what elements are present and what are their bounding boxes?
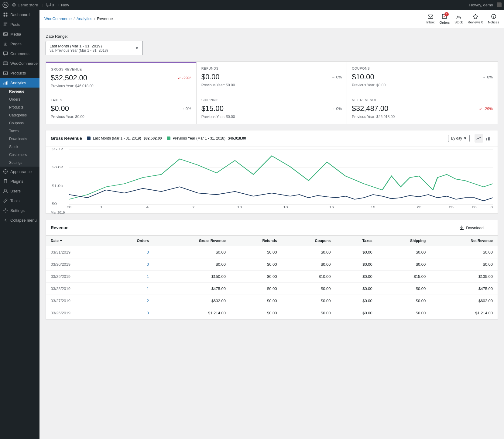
stat-card-shipping: SHIPPING $15.00 → 0% Previous Year: $0.0… xyxy=(197,93,347,124)
stat-card-coupons: COUPONS $10.00 → 0% Previous Year: $0.00 xyxy=(347,62,498,93)
svg-text:31: 31 xyxy=(490,205,493,208)
svg-text:13: 13 xyxy=(283,205,288,208)
svg-text:4: 4 xyxy=(146,205,149,208)
sidebar-item-posts[interactable]: Posts xyxy=(0,19,39,29)
svg-rect-11 xyxy=(4,26,7,26)
svg-text:28: 28 xyxy=(472,205,477,208)
toolbar-reviews[interactable]: Reviews 0 xyxy=(468,14,483,24)
svg-point-27 xyxy=(4,170,8,174)
more-options-button[interactable]: ⋮ xyxy=(487,224,493,231)
chart-section: Gross Revenue Last Month (Mar 1 - 31, 20… xyxy=(46,130,498,214)
sub-item-downloads[interactable]: Downloads xyxy=(0,135,39,143)
sub-item-orders[interactable]: Orders xyxy=(0,95,39,103)
col-shipping: Shipping xyxy=(377,236,431,246)
sidebar-item-users[interactable]: Users xyxy=(0,186,39,196)
table-title: Revenue xyxy=(51,225,68,230)
sidebar-item-woocommerce[interactable]: WooCommerce xyxy=(0,58,39,68)
col-gross: Gross Revenue xyxy=(154,236,231,246)
svg-point-28 xyxy=(5,171,5,171)
sub-item-analytics-settings[interactable]: Settings xyxy=(0,159,39,167)
toolbar-inbox[interactable]: Inbox xyxy=(427,14,435,24)
sidebar-item-analytics[interactable]: Analytics xyxy=(0,78,39,88)
chart-line-view-btn[interactable] xyxy=(475,134,483,143)
sub-item-customers[interactable]: Customers xyxy=(0,151,39,159)
sidebar-item-dashboard[interactable]: Dashboard xyxy=(0,10,39,19)
breadcrumb-woocommerce[interactable]: WooCommerce xyxy=(44,16,72,21)
breadcrumb-analytics[interactable]: Analytics xyxy=(77,16,92,21)
svg-rect-4 xyxy=(4,13,5,15)
sub-item-revenue[interactable]: Revenue xyxy=(0,88,39,95)
svg-text:19: 19 xyxy=(371,205,375,208)
analytics-submenu: Revenue Orders Products Categories Coupo… xyxy=(0,88,39,167)
topbar: W W Demo store | 0 + New Howdy, demo xyxy=(0,0,504,10)
svg-point-29 xyxy=(6,171,7,171)
table-row: 03/31/2019 0 $0.00 $0.00 $0.00 $0.00 $0.… xyxy=(46,246,498,258)
svg-text:$0: $0 xyxy=(52,202,57,206)
chart-legend-current: Last Month (Mar 1 - 31, 2019) $32,502.00 xyxy=(87,136,162,140)
sub-item-coupons[interactable]: Coupons xyxy=(0,119,39,127)
sidebar-item-comments[interactable]: Comments xyxy=(0,49,39,58)
svg-rect-12 xyxy=(4,33,8,36)
svg-point-19 xyxy=(4,64,5,64)
sidebar-item-collapse[interactable]: Collapse menu xyxy=(0,215,39,225)
wp-logo-icon: W xyxy=(2,2,9,8)
svg-point-20 xyxy=(5,64,6,64)
date-range-label: Date Range: xyxy=(46,34,498,39)
col-date[interactable]: Date xyxy=(46,236,108,246)
sidebar-item-products[interactable]: Products xyxy=(0,68,39,78)
svg-point-21 xyxy=(6,64,7,64)
svg-rect-6 xyxy=(4,15,5,17)
breadcrumb: WooCommerce / Analytics / Revenue xyxy=(44,16,113,21)
comments-icon-topbar[interactable]: 0 xyxy=(46,3,54,7)
svg-text:$1.9k: $1.9k xyxy=(52,184,63,188)
avatar[interactable] xyxy=(497,2,502,7)
svg-text:7: 7 xyxy=(192,205,195,208)
col-taxes: Taxes xyxy=(335,236,377,246)
sidebar-item-media[interactable]: Media xyxy=(0,29,39,39)
sidebar: Dashboard Posts Media Pages Comments Woo… xyxy=(0,10,39,439)
revenue-data-table: Date Orders Gross Revenue Refunds Coupon… xyxy=(46,236,498,319)
date-range-selector[interactable]: Last Month (Mar 1 - 31, 2019) vs. Previo… xyxy=(46,41,143,55)
sub-item-stock[interactable]: Stock xyxy=(0,143,39,151)
sidebar-item-pages[interactable]: Pages xyxy=(0,39,39,49)
sidebar-item-tools[interactable]: Tools xyxy=(0,196,39,206)
sidebar-item-appearance[interactable]: Appearance xyxy=(0,167,39,176)
new-button[interactable]: + New xyxy=(58,3,69,7)
chart-bar-view-btn[interactable] xyxy=(484,134,493,143)
svg-rect-35 xyxy=(488,137,489,140)
sub-item-products[interactable]: Products xyxy=(0,103,39,111)
col-coupons: Coupons xyxy=(282,236,335,246)
chart-svg: $5.7k $3.8k $1.9k $0 $ xyxy=(51,147,493,209)
download-button[interactable]: Download xyxy=(459,225,484,230)
sidebar-item-plugins[interactable]: Plugins xyxy=(0,176,39,186)
orders-badge: 1 xyxy=(444,12,449,16)
svg-rect-8 xyxy=(4,22,8,23)
chart-body: $5.7k $3.8k $1.9k $0 $ xyxy=(46,147,498,213)
col-orders: Orders xyxy=(108,236,154,246)
site-name[interactable]: W Demo store xyxy=(12,3,38,7)
svg-text:1: 1 xyxy=(100,205,103,208)
toolbar-stock[interactable]: Stock xyxy=(454,14,463,24)
by-day-select[interactable]: By day ▼ xyxy=(448,135,470,142)
sidebar-item-settings[interactable]: Settings xyxy=(0,206,39,215)
svg-rect-17 xyxy=(5,44,6,45)
svg-rect-36 xyxy=(489,137,490,140)
svg-point-32 xyxy=(5,210,6,211)
svg-rect-25 xyxy=(6,81,7,85)
sub-item-categories[interactable]: Categories xyxy=(0,111,39,119)
svg-rect-16 xyxy=(5,43,6,44)
svg-rect-24 xyxy=(5,82,5,85)
stat-card-net-revenue: NET REVENUE $32,487.00 ↙ -29% Previous Y… xyxy=(347,93,498,124)
svg-text:10: 10 xyxy=(237,205,242,208)
svg-text:W: W xyxy=(4,3,7,7)
table-row: 03/27/2019 2 $602.00 $0.00 $0.00 $0.00 $… xyxy=(46,295,498,307)
toolbar-notices[interactable]: Notices xyxy=(488,14,499,24)
svg-text:22: 22 xyxy=(417,205,421,208)
toolbar-orders[interactable]: 1 Orders xyxy=(439,13,450,24)
svg-point-31 xyxy=(5,189,6,191)
svg-text:W: W xyxy=(13,4,15,6)
revenue-table: Revenue Download ⋮ Date xyxy=(46,220,498,320)
sub-item-taxes[interactable]: Taxes xyxy=(0,127,39,135)
svg-rect-15 xyxy=(5,43,6,43)
stat-cards: GROSS REVENUE $32,502.00 ↙ -29% Previous… xyxy=(46,61,498,124)
